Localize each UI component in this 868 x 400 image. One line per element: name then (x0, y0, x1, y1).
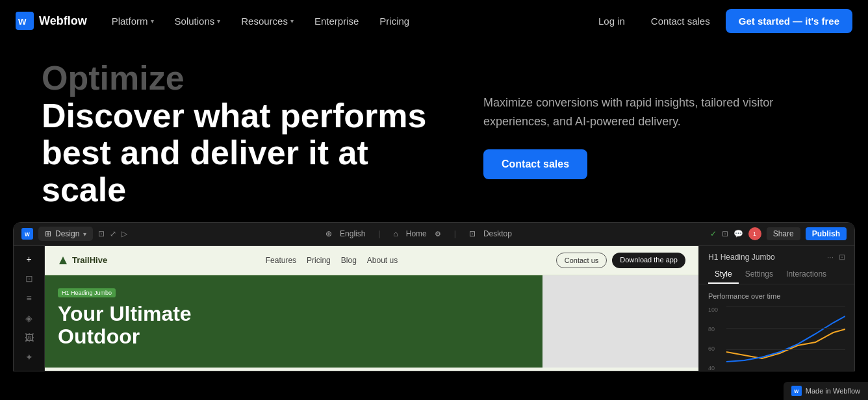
home-icon: ⌂ (394, 229, 398, 238)
trailhive-contact-button[interactable]: Contact us (556, 253, 607, 268)
editor-toolbar-center: ⊕ English | ⌂ Home ⚙ | ⊡ Desktop (133, 229, 704, 238)
chart-y-labels: 100 80 60 40 (708, 306, 718, 371)
right-panel-actions: ··· ⊡ (827, 253, 845, 262)
trailhive-logo-icon (58, 255, 68, 266)
panel-action-expand[interactable]: ⊡ (839, 253, 845, 262)
svg-marker-2 (59, 256, 67, 264)
components-icon[interactable]: ◈ (20, 313, 38, 323)
play-icon[interactable]: ▷ (121, 229, 127, 238)
hero-right: Maximize conversions with rapid insights… (483, 61, 826, 179)
tab-interactions[interactable]: Interactions (780, 266, 833, 284)
canvas-heading-badge: H1 Heading Jumbo (58, 288, 116, 297)
nav-item-solutions[interactable]: Solutions ▾ (166, 10, 230, 32)
share-button[interactable]: Share (767, 227, 800, 240)
nav-item-resources[interactable]: Resources ▾ (232, 10, 303, 32)
chevron-down-icon: ▾ (290, 18, 294, 25)
editor-toolbar: w ⊞ Design ▾ ⊡ ⤢ ▷ ⊕ English | ⌂ Home ⚙ … (14, 223, 854, 246)
chevron-down-icon: ▾ (83, 231, 86, 238)
trailhive-link-pricing: Pricing (307, 256, 331, 265)
nav-item-enterprise[interactable]: Enterprise (305, 10, 368, 32)
editor-right-panel: H1 Heading Jumbo ··· ⊡ Style Settings In… (698, 246, 854, 371)
hero-description: Maximize conversions with rapid insights… (483, 94, 795, 131)
nav-links: Platform ▾ Solutions ▾ Resources ▾ Enter… (103, 10, 419, 32)
canvas-hero-section: H1 Heading Jumbo Your Ultimate Outdoor (45, 275, 698, 368)
logo-text: Webflow (39, 14, 87, 28)
chevron-down-icon: ▾ (151, 18, 154, 25)
page-icon[interactable]: ⊡ (98, 229, 105, 238)
globe-icon: ⊕ (326, 229, 332, 238)
gridline-4 (726, 371, 845, 371)
panel-tabs: Style Settings Interactions (699, 266, 854, 284)
made-in-webflow-badge[interactable]: w Made in Webflow (784, 382, 868, 400)
trailhive-navbar: TrailHive Features Pricing Blog About us… (45, 246, 698, 275)
trailhive-download-button[interactable]: Download the app (612, 253, 685, 268)
hero-title: Discover what performs best and deliver … (42, 97, 431, 209)
nav-item-pricing[interactable]: Pricing (370, 10, 418, 32)
design-tool-group[interactable]: ⊞ Design ▾ (38, 227, 93, 241)
layers-icon[interactable]: ≡ (20, 293, 38, 303)
performance-chart: 100 80 60 40 (708, 306, 845, 371)
tab-style[interactable]: Style (708, 266, 739, 284)
resize-icon: ⊡ (469, 229, 476, 238)
logo-link[interactable]: w Webflow (16, 12, 87, 30)
avatar: 1 (748, 227, 761, 240)
webflow-badge-logo: w (791, 386, 802, 396)
canvas-hero-image (542, 275, 698, 368)
pages-icon[interactable]: ⊡ (20, 273, 38, 284)
webflow-logo-icon: w (16, 12, 34, 30)
trailhive-logo: TrailHive (58, 255, 107, 266)
gridline-2 (726, 328, 845, 329)
hero-section: Optimize Discover what performs best and… (0, 42, 868, 209)
check-icon: ✓ (710, 229, 717, 238)
device-label: Desktop (483, 229, 512, 238)
design-icon: ⊞ (45, 229, 51, 238)
editor-canvas: TrailHive Features Pricing Blog About us… (45, 246, 698, 371)
chart-gridlines (726, 306, 845, 371)
trailhive-nav-links: Features Pricing Blog About us (266, 256, 398, 265)
trailhive-nav-buttons: Contact us Download the app (556, 253, 685, 268)
trailhive-link-features: Features (266, 256, 296, 265)
contact-sales-hero-button[interactable]: Contact sales (483, 149, 587, 179)
webflow-editor-logo: w (21, 228, 33, 240)
share-icon-btn[interactable]: ⊡ (722, 229, 728, 238)
gridline-3 (726, 349, 845, 350)
hero-left: Optimize Discover what performs best and… (42, 61, 431, 209)
settings-icon: ⚙ (435, 230, 441, 238)
page-label: Home (406, 229, 427, 238)
editor-toolbar-right: ✓ ⊡ 💬 1 Share Publish (710, 227, 847, 240)
add-element-icon[interactable]: + (20, 254, 38, 264)
panel-action-dots[interactable]: ··· (827, 253, 834, 262)
svg-text:w: w (18, 16, 27, 27)
right-panel-title: H1 Heading Jumbo (708, 253, 775, 262)
settings-sidebar-icon[interactable]: ✦ (20, 352, 38, 362)
right-panel-header: H1 Heading Jumbo ··· ⊡ (699, 246, 854, 266)
tab-settings[interactable]: Settings (739, 266, 780, 284)
chart-area (726, 306, 845, 371)
nav-item-platform[interactable]: Platform ▾ (103, 10, 163, 32)
made-in-webflow-label: Made in Webflow (806, 387, 860, 395)
get-started-button[interactable]: Get started — it's free (726, 9, 852, 33)
chart-icon[interactable]: ⤢ (110, 229, 116, 238)
assets-icon[interactable]: 🖼 (20, 332, 38, 343)
editor-left-sidebar: + ⊡ ≡ ◈ 🖼 ✦ (14, 246, 45, 371)
publish-button[interactable]: Publish (806, 227, 847, 240)
design-label: Design (55, 229, 79, 238)
navbar: w Webflow Platform ▾ Solutions ▾ Resourc… (0, 0, 868, 42)
lang-label: English (340, 229, 365, 238)
performance-panel: Performance over time 100 80 60 40 (699, 284, 854, 371)
gridline-1 (726, 306, 845, 307)
contact-sales-nav-button[interactable]: Contact sales (641, 10, 721, 32)
login-button[interactable]: Log in (588, 10, 635, 32)
performance-title: Performance over time (708, 292, 845, 300)
comment-icon[interactable]: 💬 (734, 229, 743, 238)
editor-mockup: w ⊞ Design ▾ ⊡ ⤢ ▷ ⊕ English | ⌂ Home ⚙ … (13, 222, 855, 371)
chevron-down-icon: ▾ (217, 18, 220, 25)
trailhive-link-blog: Blog (341, 256, 357, 265)
nav-left: w Webflow Platform ▾ Solutions ▾ Resourc… (16, 10, 418, 32)
hero-eyebrow: Optimize (42, 61, 431, 95)
trailhive-link-about: About us (367, 256, 398, 265)
editor-body: + ⊡ ≡ ◈ 🖼 ✦ TrailHive Features Pricing (14, 246, 854, 371)
nav-right: Log in Contact sales Get started — it's … (588, 9, 852, 33)
